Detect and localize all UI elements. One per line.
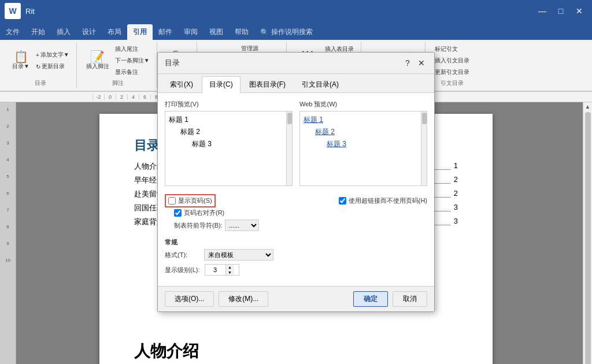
ribbon-btn-insert-endnote[interactable]: 插入尾注	[113, 44, 152, 54]
dialog-help-button[interactable]: ?	[402, 57, 413, 69]
restore-button[interactable]: □	[553, 5, 569, 17]
dialog-tab-figures[interactable]: 图表目录(F)	[242, 76, 293, 92]
dialog-body: 打印预览(V) 标题 1 标题 2 标题 3 Web 预览(W) 标题 1	[158, 93, 434, 286]
dialog-tab-index[interactable]: 索引(X)	[162, 76, 201, 92]
tab-leader-label: 制表符前导符(B):	[174, 221, 223, 230]
ribbon-group-footnote: 📝 插入脚注 插入尾注 下一条脚注▼ 显示备注 脚注	[79, 42, 157, 88]
ribbon-btn-update-toa[interactable]: 更新引文目录	[432, 67, 472, 77]
print-preview-box: 标题 1 标题 2 标题 3	[165, 111, 293, 186]
dialog-preview-cols: 打印预览(V) 标题 1 标题 2 标题 3 Web 预览(W) 标题 1	[165, 100, 427, 186]
web-preview-item-3: 标题 3	[327, 139, 423, 149]
web-preview-col: Web 预览(W) 标题 1 标题 2 标题 3	[299, 100, 427, 186]
levels-input[interactable]	[205, 266, 225, 273]
format-label: 格式(T):	[165, 251, 199, 259]
cancel-button[interactable]: 取消	[393, 291, 427, 307]
web-preview-box: 标题 1 标题 2 标题 3	[299, 111, 427, 186]
app-title: Rit	[25, 7, 534, 16]
ribbon-group-toa: 标记引文 插入引文目录 更新引文目录 引文目录	[428, 42, 476, 88]
levels-spinner: ▲ ▼	[205, 264, 239, 276]
use-hyperlinks-row: 使用超链接而不使用页码(H)	[339, 196, 427, 205]
show-page-numbers-highlight: 显示页码(S)	[165, 194, 216, 207]
align-right-label: 页码右对齐(R)	[184, 209, 224, 217]
show-page-numbers-label: 显示页码(S)	[178, 196, 212, 205]
doc-bottom-heading: 人物介绍	[134, 340, 199, 362]
dialog-tab-citations[interactable]: 引文目录(A)	[294, 76, 346, 92]
modify-button[interactable]: 修改(M)...	[219, 291, 268, 307]
ribbon-group-toa-label: 引文目录	[432, 79, 472, 87]
tab-references[interactable]: 引用	[127, 24, 153, 40]
tab-leader-row: 制表符前导符(B): ...... ----- _____ （无）	[174, 220, 259, 231]
toc-icon: 📋	[14, 51, 28, 62]
ribbon-btn-add-text[interactable]: + 添加文字▼	[34, 50, 72, 60]
ok-button[interactable]: 确定	[353, 291, 388, 307]
web-preview-item-2: 标题 2	[315, 127, 423, 137]
levels-up-button[interactable]: ▲	[226, 265, 234, 270]
scrollbar-thumb[interactable]	[585, 112, 591, 364]
tab-home[interactable]: 开始	[25, 24, 51, 40]
levels-down-button[interactable]: ▼	[226, 270, 234, 275]
tab-review[interactable]: 审阅	[178, 24, 204, 40]
update-toc-icon: ↻	[36, 64, 40, 70]
use-hyperlinks-checkbox[interactable]	[339, 197, 346, 205]
minimize-button[interactable]: —	[534, 5, 550, 17]
tab-mail[interactable]: 邮件	[153, 24, 178, 40]
add-text-icon: +	[36, 52, 39, 58]
format-row: 格式(T): 来自模板 经典 正式 简单 现代	[165, 249, 427, 261]
dialog-tab-toc[interactable]: 目录(C)	[202, 76, 240, 93]
preview-item-1: 标题 1	[169, 115, 288, 125]
ribbon-btn-mark-citation[interactable]: 标记引文	[432, 44, 472, 54]
ribbon-btn-toc[interactable]: 📋 目录▼	[9, 50, 32, 72]
footer-left-buttons: 选项(O)... 修改(M)...	[165, 291, 268, 307]
options-button[interactable]: 选项(O)...	[165, 291, 214, 307]
toc-dialog: 目录 ? ✕ 索引(X) 目录(C) 图表目录(F) 引文目录(A) 打印预览(…	[157, 52, 435, 312]
print-preview-col: 打印预览(V) 标题 1 标题 2 标题 3	[165, 100, 293, 186]
vertical-ruler: 1 2 3 4 5 6 7 8 9 10	[0, 102, 16, 364]
preview-item-2: 标题 2	[180, 127, 288, 137]
align-right-row: 页码右对齐(R)	[174, 209, 259, 217]
preview-scrollbar[interactable]	[286, 112, 292, 185]
ribbon-btn-insert-footnote[interactable]: 📝 插入脚注	[84, 50, 112, 72]
tab-design[interactable]: 设计	[76, 24, 102, 40]
dialog-close-button[interactable]: ✕	[416, 57, 427, 69]
ribbon-group-toc-label: 目录	[9, 79, 72, 87]
web-preview-scrollbar[interactable]	[421, 112, 427, 185]
align-right-checkbox[interactable]	[174, 209, 182, 217]
footer-right-buttons: 确定 取消	[353, 291, 427, 307]
tab-view[interactable]: 视图	[204, 24, 229, 40]
preview-item-3: 标题 3	[192, 139, 288, 149]
ribbon-group-toc: 📋 目录▼ + 添加文字▼ ↻ 更新目录 目录	[5, 42, 77, 88]
print-preview-label: 打印预览(V)	[165, 100, 293, 109]
dialog-title: 目录	[165, 58, 180, 68]
use-hyperlinks-label: 使用超链接而不使用页码(H)	[349, 196, 427, 205]
ribbon-tabs: 文件 开始 插入 设计 布局 引用 邮件 审阅 视图 帮助 🔍操作说明搜索	[0, 22, 592, 40]
scrollbar-v[interactable]: ▲ ▼	[583, 102, 592, 364]
web-preview-label: Web 预览(W)	[299, 100, 427, 109]
tab-leader-select[interactable]: ...... ----- _____ （无）	[225, 220, 259, 231]
dialog-title-bar: 目录 ? ✕	[158, 53, 434, 74]
tab-file[interactable]: 文件	[0, 24, 25, 40]
levels-label: 显示级别(L):	[165, 266, 200, 274]
footnote-icon: 📝	[90, 51, 105, 62]
dialog-tabs: 索引(X) 目录(C) 图表目录(F) 引文目录(A)	[158, 74, 434, 93]
tab-help[interactable]: 帮助	[229, 24, 254, 40]
levels-row: 显示级别(L): ▲ ▼	[165, 264, 427, 276]
ribbon-btn-next-footnote[interactable]: 下一条脚注▼	[113, 55, 152, 66]
show-page-numbers-checkbox[interactable]	[168, 197, 176, 205]
window-controls: — □ ✕	[534, 5, 587, 17]
web-preview-item-1: 标题 1	[304, 115, 423, 125]
format-select[interactable]: 来自模板 经典 正式 简单 现代	[204, 249, 273, 261]
ribbon-group-footnote-label: 脚注	[84, 79, 152, 87]
ribbon-btn-show-notes[interactable]: 显示备注	[113, 67, 152, 77]
tab-search[interactable]: 🔍操作说明搜索	[254, 24, 319, 40]
show-page-numbers-row: 显示页码(S)	[165, 194, 259, 207]
ribbon-btn-insert-toa[interactable]: 插入引文目录	[432, 55, 472, 66]
dialog-footer: 选项(O)... 修改(M)... 确定 取消	[158, 286, 434, 311]
tab-insert[interactable]: 插入	[51, 24, 76, 40]
close-button[interactable]: ✕	[571, 5, 587, 17]
app-logo: W	[5, 3, 21, 19]
general-section-label: 常规	[165, 238, 427, 247]
ribbon-btn-update-toc[interactable]: ↻ 更新目录	[34, 61, 72, 72]
title-bar: W Rit — □ ✕	[0, 0, 592, 22]
tab-layout[interactable]: 布局	[102, 24, 127, 40]
